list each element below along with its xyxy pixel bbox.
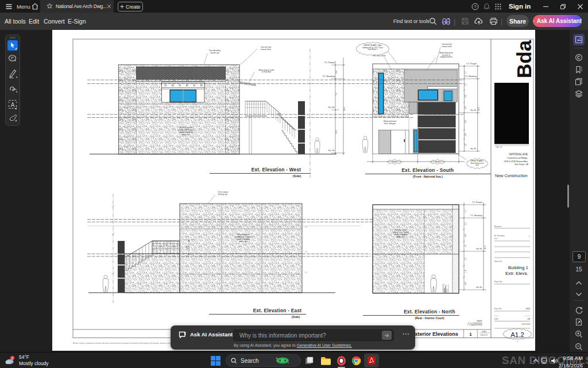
svg-text:Project No.: Project No. — [494, 281, 502, 283]
svg-text:Building 1: Building 1 — [508, 265, 529, 270]
svg-text:exterior finish: exterior finish — [261, 48, 271, 51]
svg-text:T = Tempered Glass: T = Tempered Glass — [467, 324, 483, 326]
svg-text:San Diego, CA: San Diego, CA — [514, 163, 528, 166]
svg-text:(Front - National Ave.): (Front - National Ave.) — [413, 175, 443, 178]
svg-text:Fin. Flr.: Fin. Flr. — [470, 148, 477, 150]
svg-text:paper, typ.: paper, typ. — [397, 236, 405, 238]
svg-text:Revisions: Revisions — [494, 225, 502, 228]
svg-text:flashing, typ.: flashing, typ. — [218, 193, 228, 195]
svg-text:A: A — [11, 102, 15, 108]
svg-text:?: ? — [474, 4, 477, 9]
svg-text:T.O. Sheathing: T.O. Sheathing — [470, 214, 482, 217]
svg-text:Bda: Bda — [513, 40, 535, 78]
svg-text:11'-0": 11'-0" — [335, 130, 338, 134]
svg-text:36'-6": 36'-6" — [484, 245, 486, 249]
svg-text:3'-6": 3'-6" — [465, 282, 467, 285]
svg-text:T.O. Parapet: T.O. Parapet — [472, 201, 482, 204]
svg-text:07.01.2019: 07.01.2019 — [522, 323, 531, 325]
svg-text:°: ° — [111, 204, 111, 206]
svg-text:°: ° — [111, 232, 111, 233]
svg-text:CM: CM — [527, 318, 530, 320]
svg-text:Fin. Flr.: Fin. Flr. — [328, 150, 335, 152]
svg-text:Project No.: Project No. — [494, 308, 502, 310]
svg-text:T.O. Parapet: T.O. Parapet — [324, 62, 335, 64]
svg-text:staggered joints): staggered joints) — [440, 56, 452, 58]
svg-text:Ext. Elevation - West: Ext. Elevation - West — [252, 167, 301, 172]
svg-text:11'-0": 11'-0" — [465, 270, 467, 273]
svg-text:C.J.: C.J. — [305, 226, 308, 228]
svg-text:Commercial Bldgs.: Commercial Bldgs. — [507, 156, 528, 159]
svg-text:1/4"=1'-0": 1/4"=1'-0" — [481, 334, 488, 336]
svg-text:T.O. Parapet: T.O. Parapet — [466, 63, 477, 65]
svg-text:Date: Date — [494, 237, 498, 240]
svg-text:3'-0": 3'-0" — [465, 106, 467, 109]
svg-text:Ext. Elevation - East: Ext. Elevation - East — [253, 308, 302, 313]
svg-text:8'-0": 8'-0" — [465, 233, 467, 236]
svg-text:(Side): (Side) — [292, 315, 300, 319]
svg-text:from Plane 1: from Plane 1 — [368, 48, 378, 51]
svg-text:system, typ.: system, typ. — [210, 52, 219, 54]
svg-text:C.J.: C.J. — [305, 271, 308, 274]
svg-text:12'-0": 12'-0" — [392, 161, 397, 163]
svg-text:7'-6": 7'-6" — [335, 93, 338, 96]
svg-text:wall: wall — [476, 164, 479, 166]
svg-text:7'-2": 7'-2" — [465, 83, 467, 86]
svg-text:C.J.: C.J. — [305, 251, 308, 253]
svg-text:Ext. Elevation - North: Ext. Elevation - North — [404, 309, 455, 315]
svg-text:at entry door: at entry door — [262, 71, 272, 73]
svg-text:36'-6": 36'-6" — [343, 106, 346, 110]
svg-text:Ext. Elevation - South: Ext. Elevation - South — [402, 168, 454, 173]
svg-text:fence and gate: fence and gate — [384, 122, 396, 125]
svg-text:2: 2 — [11, 356, 13, 360]
svg-text:T.O. Sheathing: T.O. Sheathing — [465, 75, 477, 78]
svg-text:3'-6": 3'-6" — [465, 133, 467, 136]
svg-text:Extr. Elevs.: Extr. Elevs. — [505, 271, 528, 276]
svg-text:Drawn: Drawn — [494, 315, 499, 317]
svg-text:7'-0": 7'-0" — [465, 143, 467, 146]
svg-text:paper, typ.: paper, typ. — [239, 240, 247, 243]
svg-text:°: ° — [111, 271, 111, 273]
svg-text:Fin. Flr.: Fin. Flr. — [328, 106, 335, 109]
svg-text:No. Description: No. Description — [494, 235, 505, 237]
svg-text:1'-6": 1'-6" — [465, 244, 467, 247]
svg-text:12'-0": 12'-0" — [435, 161, 440, 163]
svg-text:4'-4": 4'-4" — [465, 209, 467, 212]
svg-text:(Rear - Interior Court): (Rear - Interior Court) — [415, 316, 444, 320]
svg-text:New Construction: New Construction — [495, 173, 528, 178]
svg-text:3236 & 3238 National Ave.: 3236 & 3238 National Ave. — [504, 160, 529, 163]
svg-text:(Side): (Side) — [293, 174, 301, 178]
svg-text:SCALE: SCALE — [482, 331, 487, 333]
svg-text:Ext. stucco finish: Ext. stucco finish — [373, 55, 386, 57]
svg-text:4'-4": 4'-4" — [465, 71, 467, 74]
svg-text:3'-6": 3'-6" — [186, 246, 188, 249]
svg-text:16006: 16006 — [525, 308, 530, 310]
svg-text:36'-6": 36'-6" — [478, 106, 480, 110]
svg-text:Checked: Checked — [525, 315, 531, 317]
svg-text:3'-6": 3'-6" — [465, 94, 467, 97]
svg-text:Fin. Flr.: Fin. Flr. — [470, 109, 477, 112]
svg-text:LOD: LOD — [494, 318, 498, 320]
svg-text:NATIONAL AVE.: NATIONAL AVE. — [509, 153, 528, 156]
svg-text:Exterior Elevations: Exterior Elevations — [411, 331, 458, 337]
svg-text:A1.2: A1.2 — [510, 331, 524, 338]
svg-text:exterior finish: exterior finish — [442, 45, 452, 48]
svg-text:Fin. Flr.: Fin. Flr. — [476, 286, 482, 289]
svg-text:4'-4": 4'-4" — [335, 70, 338, 74]
svg-text:7'-2": 7'-2" — [465, 222, 467, 225]
svg-text:1: 1 — [469, 332, 472, 337]
svg-text:△: △ — [528, 235, 530, 237]
svg-text:7'-2": 7'-2" — [465, 257, 467, 260]
svg-text:Sheet Title: Sheet Title — [494, 260, 502, 263]
svg-text:paper, typ.: paper, typ. — [182, 133, 191, 136]
svg-text:3236 - 38: 3236 - 38 — [496, 146, 502, 148]
svg-text:T.O. Sheathing: T.O. Sheathing — [322, 75, 335, 78]
svg-text:Fin. Flr.: Fin. Flr. — [476, 248, 482, 250]
svg-text:5'-6": 5'-6" — [465, 120, 467, 122]
